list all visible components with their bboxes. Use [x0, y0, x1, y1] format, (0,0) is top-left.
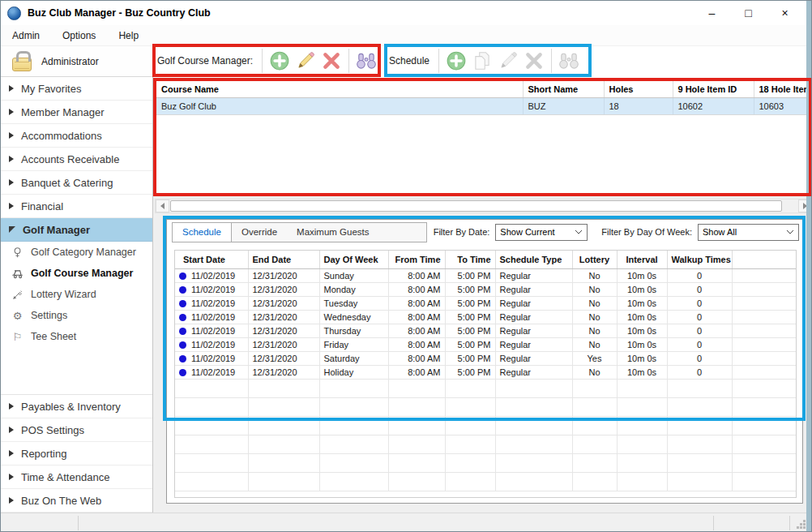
table-row[interactable]: 11/02/201912/31/2020Sunday8:00 AM5:00 PM… — [175, 269, 796, 283]
table-row[interactable]: Buz Golf ClubBUZ181060210603 — [156, 98, 810, 115]
edit-schedule-button[interactable] — [495, 49, 521, 73]
table-row[interactable]: 11/02/201912/31/2020Holiday8:00 AM5:00 P… — [175, 366, 796, 380]
cell: 12/31/2020 — [248, 366, 319, 380]
column-header[interactable]: Schedule Type — [495, 251, 572, 269]
cell: Regular — [495, 311, 572, 324]
table-row[interactable]: 11/02/201912/31/2020Thursday8:00 AM5:00 … — [175, 324, 796, 338]
tab-override[interactable]: Override — [232, 223, 287, 242]
minimize-button[interactable]: – — [694, 1, 730, 25]
column-header[interactable]: 9 Hole Item ID — [673, 81, 754, 98]
add-schedule-button[interactable] — [443, 49, 469, 73]
sidebar-item-member-manager[interactable]: Member Manager — [1, 101, 152, 124]
column-header[interactable] — [732, 251, 796, 269]
padlock-icon[interactable] — [12, 58, 32, 71]
schedule-row-dot-icon — [179, 328, 186, 335]
scrollbar-thumb[interactable] — [170, 200, 782, 212]
cell: Holiday — [319, 366, 388, 380]
column-header[interactable]: To Time — [445, 251, 495, 269]
table-row — [175, 380, 796, 398]
cell: Buz Golf Club — [156, 98, 523, 115]
sidebar-item-tee-sheet[interactable]: ⚐ Tee Sheet — [1, 326, 152, 347]
cell — [445, 380, 495, 398]
delete-schedule-button[interactable] — [521, 49, 547, 73]
column-header[interactable]: From Time — [388, 251, 445, 269]
sidebar-item-accommodations[interactable]: Accommodations — [1, 124, 152, 148]
table-row[interactable]: 11/02/201912/31/2020Saturday8:00 AM5:00 … — [175, 352, 796, 366]
cell — [572, 435, 617, 454]
edit-course-button[interactable] — [293, 49, 318, 73]
maximize-button[interactable]: □ — [730, 1, 767, 25]
user-header: Administrator — [1, 46, 152, 77]
scroll-left-button[interactable] — [156, 200, 169, 212]
cell: 11/02/2019 — [175, 283, 248, 297]
cell: 5:00 PM — [445, 269, 495, 283]
close-button[interactable]: × — [767, 1, 803, 25]
column-header[interactable]: Interval — [617, 251, 667, 269]
cell — [319, 398, 388, 417]
sidebar-item-lottery-wizard[interactable]: Lottery Wizard — [1, 284, 152, 305]
menu-help[interactable]: Help — [107, 25, 150, 46]
column-header[interactable]: 18 Hole Item — [754, 81, 810, 98]
cell — [572, 380, 617, 398]
column-header[interactable]: Walkup Times — [667, 251, 732, 269]
table-row[interactable]: 11/02/201912/31/2020Monday8:00 AM5:00 PM… — [175, 283, 796, 297]
resize-grip-icon[interactable] — [797, 520, 806, 530]
filter-by-date-select[interactable]: Show Current — [495, 224, 588, 241]
cell: 12/31/2020 — [248, 283, 319, 297]
schedule-row-dot-icon — [179, 286, 186, 294]
cell — [445, 454, 495, 473]
toolbar-separator — [438, 49, 439, 73]
sidebar-item-payables-inventory[interactable]: Payables & Inventory — [1, 395, 152, 418]
sidebar-item-buz-on-the-web[interactable]: Buz On The Web — [1, 489, 152, 513]
chevron-right-icon — [9, 132, 14, 139]
cell: 10m 0s — [617, 352, 667, 366]
column-header[interactable]: Day Of Week — [319, 251, 388, 269]
filter-by-day-select[interactable]: Show All — [698, 224, 799, 241]
schedule-table: Start Date End Date Day Of Week From Tim… — [174, 250, 797, 498]
table-row[interactable]: 11/02/201912/31/2020Wednesday8:00 AM5:00… — [175, 311, 796, 324]
column-header[interactable]: Lottery — [572, 251, 617, 269]
sidebar-item-golf-course-manager[interactable]: Golf Course Manager — [1, 263, 152, 284]
column-header[interactable]: Short Name — [523, 81, 604, 98]
tab-maximum-guests[interactable]: Maximum Guests — [287, 223, 378, 242]
find-schedule-button[interactable] — [556, 49, 582, 73]
tab-schedule[interactable]: Schedule — [173, 223, 232, 242]
delete-course-button[interactable] — [318, 49, 344, 73]
schedule-filters: Filter By Date: Show Current Filter By D… — [426, 223, 799, 241]
copy-schedule-button[interactable] — [469, 49, 495, 73]
sidebar-item-accounts-receivable[interactable]: Accounts Receivable — [1, 148, 152, 171]
find-course-button[interactable] — [353, 49, 379, 73]
cell: 11/02/2019 — [175, 311, 248, 324]
sidebar-item-golf-category-manager[interactable]: Golf Category Manager — [1, 242, 152, 263]
sidebar-item-pos-settings[interactable]: POS Settings — [1, 418, 152, 442]
sidebar-item-settings[interactable]: ⚙ Settings — [1, 305, 152, 326]
table-row[interactable]: 11/02/201912/31/2020Friday8:00 AM5:00 PM… — [175, 338, 796, 352]
chevron-right-icon — [9, 156, 14, 162]
schedule-toolbar-label: Schedule — [387, 55, 434, 66]
column-header[interactable]: Start Date — [175, 251, 248, 269]
sidebar-item-banquet-catering[interactable]: Banquet & Catering — [1, 171, 152, 195]
cell: Regular — [495, 283, 572, 297]
menu-options[interactable]: Options — [51, 25, 107, 46]
add-course-button[interactable] — [267, 49, 293, 73]
cell: 8:00 AM — [388, 324, 445, 338]
menu-admin[interactable]: Admin — [1, 25, 51, 46]
sidebar-item-financial[interactable]: Financial — [1, 195, 152, 218]
cell — [388, 380, 445, 398]
cell — [617, 454, 667, 473]
sidebar-item-reporting[interactable]: Reporting — [1, 442, 152, 466]
table-row — [175, 417, 796, 435]
column-header[interactable]: End Date — [248, 251, 319, 269]
column-header[interactable]: Course Name — [156, 81, 523, 98]
cell: BUZ — [523, 98, 604, 115]
sidebar-item-time-attendance[interactable]: Time & Attendance — [1, 466, 152, 489]
cell: 11/02/2019 — [175, 366, 248, 380]
sidebar-item-my-favorites[interactable]: My Favorites — [1, 77, 152, 101]
sidebar-item-golf-manager[interactable]: Golf Manager — [1, 218, 152, 242]
column-header[interactable]: Holes — [604, 81, 673, 98]
horizontal-scrollbar[interactable] — [155, 199, 812, 213]
cell — [319, 380, 388, 398]
cell — [388, 454, 445, 473]
status-separator — [789, 516, 790, 530]
table-row[interactable]: 11/02/201912/31/2020Tuesday8:00 AM5:00 P… — [175, 297, 796, 311]
